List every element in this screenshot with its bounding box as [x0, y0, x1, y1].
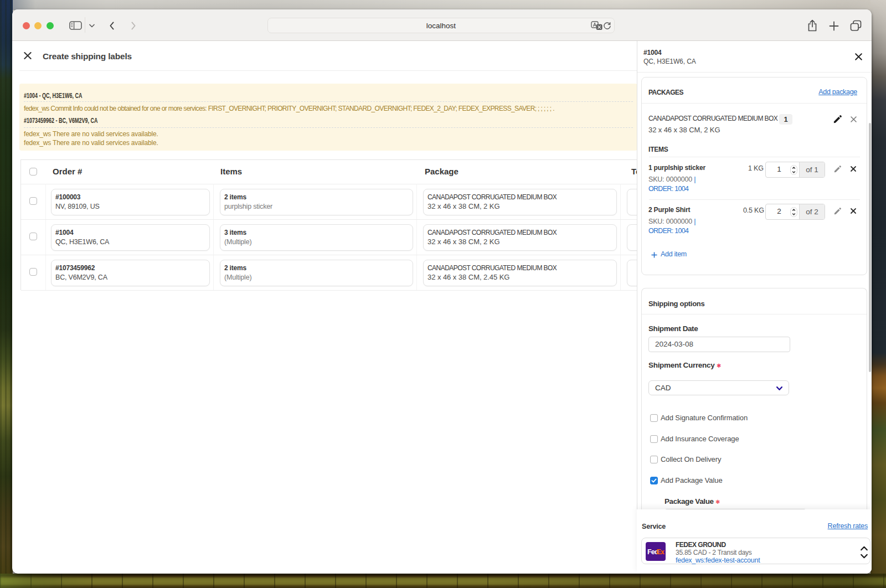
svg-text:Ex: Ex	[657, 548, 665, 556]
